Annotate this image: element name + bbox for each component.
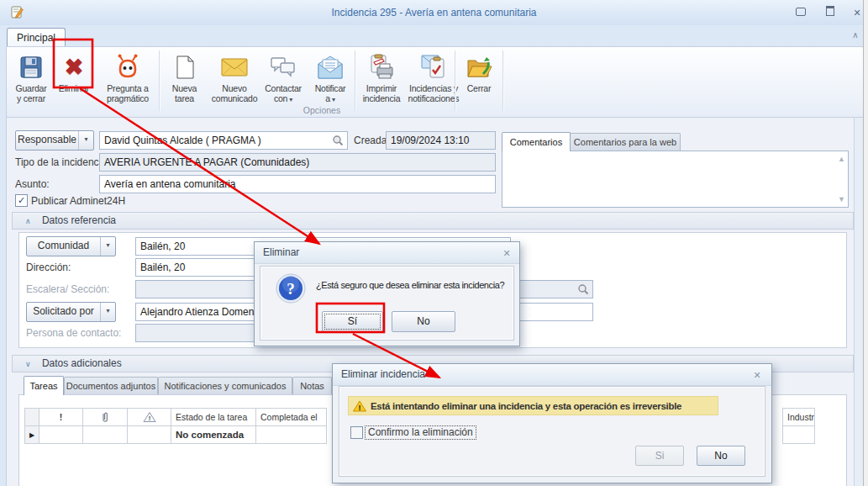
cell-attachment[interactable]	[83, 426, 128, 444]
button-label: notificaciones	[408, 93, 460, 103]
persona-contacto-label: Persona de contacto:	[26, 327, 121, 339]
close-icon: ✕	[853, 8, 860, 18]
cell-estado[interactable]: No comenzada	[171, 426, 256, 444]
tab-comentarios-web[interactable]: Comentarios para la web	[570, 133, 681, 151]
minimize-icon	[796, 8, 806, 16]
tipo-value: AVERIA URGENTE A PAGAR (Comunidades)	[104, 156, 309, 168]
button-label: Nuevo	[222, 83, 246, 93]
dialog-title-bar[interactable]: Eliminar ✕	[255, 242, 519, 264]
col-estado[interactable]: Estado de la tarea	[171, 409, 256, 426]
chevron-down-icon[interactable]: ∨	[25, 360, 31, 368]
dropdown-icon[interactable]: ▾	[78, 131, 93, 150]
datos-referencia-header[interactable]: ∧ Datos referencia	[12, 212, 854, 230]
yes-button[interactable]: Sí	[322, 311, 383, 332]
table-row[interactable]: ▶ No comenzada	[25, 426, 327, 444]
row-header-cell	[25, 409, 39, 426]
incidencias-notificaciones-button[interactable]: Incidencias y notificaciones	[407, 49, 460, 114]
col-completada[interactable]: Completada el	[256, 409, 327, 426]
asunto-field[interactable]: Avería en antena comunitaria	[99, 175, 496, 193]
solicitado-por-dropdown-button[interactable]: Solicitado por ▾	[26, 302, 116, 322]
screen-edge-sliver	[863, 0, 868, 486]
cell-industrial[interactable]	[783, 426, 815, 444]
chevron-up-icon[interactable]: ∧	[25, 217, 31, 225]
col-priority[interactable]: !	[39, 409, 83, 426]
checkbox-check-icon: ✓	[15, 194, 28, 207]
button-label: Contactar	[265, 83, 302, 93]
no-button[interactable]: No	[392, 311, 455, 332]
tareas-table: ! ! Estado de la tarea Completada el ▶	[24, 408, 327, 444]
clipboard-check-icon	[419, 51, 448, 83]
robot-icon	[113, 51, 142, 83]
confirm-checkbox-label[interactable]: Confirmo la eliminación	[366, 426, 476, 439]
dialog-message: ¿Está seguro que desea eliminar esta inc…	[316, 280, 511, 290]
dialog-title-bar[interactable]: Eliminar incidencia ✕	[333, 364, 771, 386]
button-label: Eliminar	[59, 83, 89, 93]
dropdown-icon[interactable]: ▾	[100, 237, 115, 256]
button-label: Cerrar	[467, 83, 492, 93]
pregunta-pragmatico-button[interactable]: Pregunta a pragmático	[96, 49, 160, 114]
cell-priority[interactable]	[39, 426, 83, 444]
solicitado-label: Solicitado por	[27, 303, 100, 321]
tab-principal[interactable]: Principal	[7, 28, 66, 47]
dialog-eliminar: Eliminar ✕ ? ¿Está seguro que desea elim…	[254, 241, 520, 346]
asunto-value: Avería en antena comunitaria	[104, 178, 236, 190]
minimize-button[interactable]	[791, 6, 811, 19]
dropdown-icon[interactable]: ▾	[100, 303, 115, 321]
cell-warning[interactable]	[128, 426, 171, 444]
eliminar-button[interactable]: ✖ Eliminar	[55, 49, 93, 114]
warning-outline-icon: !	[143, 411, 156, 423]
search-icon[interactable]	[576, 282, 591, 297]
close-icon[interactable]: ✕	[499, 246, 514, 260]
tab-comentarios[interactable]: Comentarios	[502, 132, 571, 151]
scroll-up-icon[interactable]: ▲	[838, 155, 845, 163]
save-icon	[18, 51, 45, 83]
dialog-title: Eliminar incidencia	[341, 368, 425, 380]
tab-notificaciones-comunicados[interactable]: Notificaciones y comunicados	[158, 377, 292, 395]
imprimir-incidencia-button[interactable]: Imprimir incidencia	[357, 49, 406, 114]
nuevo-comunicado-button[interactable]: Nuevo comunicado	[208, 49, 260, 114]
envelope-icon	[220, 51, 249, 83]
title-bar: Incidencia 295 - Avería en antena comuni…	[0, 0, 868, 26]
responsable-field[interactable]: David Quintas Alcalde ( PRAGMA )	[99, 131, 348, 150]
restore-icon	[826, 6, 834, 16]
comunidad-label: Comunidad	[27, 237, 100, 256]
group-separator	[455, 50, 456, 111]
svg-text:!: !	[359, 403, 361, 411]
search-icon[interactable]	[330, 133, 345, 148]
ribbon-collapse-icon[interactable]: ∧	[847, 30, 864, 40]
guardar-cerrar-button[interactable]: Guardar y cerrar	[9, 49, 53, 114]
dialog-title: Eliminar	[263, 246, 299, 258]
restore-button[interactable]	[820, 6, 840, 19]
group-separator	[159, 50, 160, 111]
dropdown-icon: ▾	[289, 96, 292, 103]
col-industrial[interactable]: Industr	[783, 409, 815, 426]
cell-completada[interactable]	[256, 426, 327, 444]
cerrar-button[interactable]: Cerrar	[458, 49, 500, 114]
button-label: Notificar	[315, 83, 346, 93]
button-label: incidencia	[363, 93, 401, 103]
warning-text: Está intentando eliminar una incidencia …	[371, 401, 681, 411]
svg-text:?: ?	[287, 280, 295, 298]
tab-notas[interactable]: Notas	[292, 377, 332, 395]
publicar-checkbox[interactable]: ✓	[15, 194, 28, 207]
nueva-tarea-button[interactable]: Nueva tarea	[161, 49, 208, 114]
comunidad-dropdown-button[interactable]: Comunidad ▾	[26, 236, 116, 256]
col-attachment[interactable]	[83, 409, 128, 426]
button-label: con	[274, 93, 287, 103]
speech-bubbles-icon	[269, 51, 297, 83]
col-warning[interactable]: !	[128, 409, 171, 426]
asunto-label: Asunto:	[15, 178, 50, 190]
no-button[interactable]: No	[697, 446, 745, 466]
tab-documentos-adjuntos[interactable]: Documentos adjuntos	[64, 377, 158, 395]
responsable-value: David Quintas Alcalde ( PRAGMA )	[104, 135, 261, 146]
confirm-checkbox[interactable]	[350, 426, 363, 441]
comentarios-textarea[interactable]: ▲ ▼	[502, 151, 849, 208]
warning-icon: !	[353, 400, 366, 412]
tab-tareas[interactable]: Tareas	[24, 376, 64, 395]
close-icon[interactable]: ✕	[750, 368, 765, 382]
question-icon: ?	[275, 272, 307, 307]
scroll-down-icon[interactable]: ▼	[838, 195, 845, 203]
creada-field: 19/09/2024 13:10	[386, 131, 496, 150]
row-marker: ▶	[25, 426, 39, 444]
responsable-dropdown-button[interactable]: Responsable ▾	[15, 130, 94, 151]
